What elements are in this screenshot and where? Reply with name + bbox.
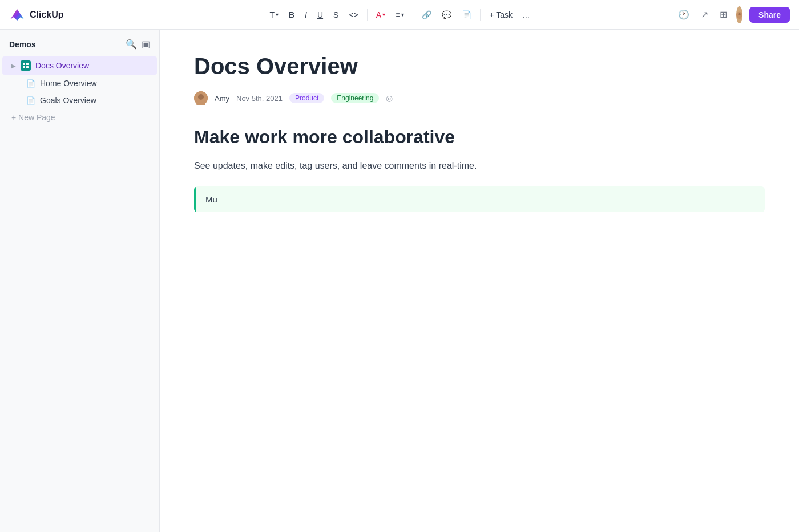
topbar-right: 🕐 ↗ ⊞ Share [676, 6, 790, 23]
blockquote-text: Mu [196, 186, 765, 212]
svg-point-2 [738, 13, 740, 15]
svg-rect-5 [26, 63, 29, 65]
layout-button[interactable]: ⊞ [717, 7, 729, 22]
svg-marker-0 [10, 9, 24, 21]
author-name: Amy [215, 94, 229, 103]
share-button[interactable]: Share [749, 7, 790, 23]
toolbar-divider-3 [480, 9, 481, 21]
document-meta: Amy Nov 5th, 2021 Product Engineering ◎ [194, 91, 765, 105]
underline-button[interactable]: U [313, 8, 327, 22]
more-button[interactable]: ... [519, 8, 534, 22]
strikethrough-button[interactable]: S [329, 8, 342, 22]
text-format-button[interactable]: T ▾ [265, 8, 283, 22]
svg-rect-6 [23, 66, 25, 68]
sidebar-header: Demos 🔍 ▣ [0, 36, 159, 56]
sidebar-item-label-home-overview: Home Overview [40, 79, 97, 88]
comment-button[interactable]: 💬 [438, 8, 455, 22]
logo-text: ClickUp [30, 10, 64, 20]
svg-point-9 [198, 94, 204, 100]
align-button[interactable]: ≡ ▾ [392, 8, 408, 22]
docs-overview-icon [21, 60, 31, 71]
svg-rect-4 [23, 63, 25, 65]
sidebar-collapse-button[interactable]: ▣ [142, 39, 150, 50]
sidebar-item-home-overview[interactable]: 📄 Home Overview [2, 75, 157, 92]
tag-engineering[interactable]: Engineering [331, 93, 379, 103]
toolbar-divider-1 [367, 9, 368, 21]
document-date: Nov 5th, 2021 [236, 94, 283, 103]
document-content: Docs Overview Amy Nov 5th, 2021 Product … [160, 30, 799, 532]
clickup-logo-icon [9, 7, 25, 23]
section-heading: Make work more collaborative [194, 125, 765, 149]
doc-icon-home: 📄 [26, 79, 35, 88]
author-avatar [194, 91, 208, 105]
bold-button[interactable]: B [285, 8, 298, 22]
workspace-title: Demos [9, 40, 36, 49]
italic-button[interactable]: I [301, 8, 311, 22]
add-task-button[interactable]: + Task [485, 8, 516, 22]
more-meta-icon[interactable]: ◎ [386, 94, 393, 103]
sidebar-icons: 🔍 ▣ [126, 39, 150, 50]
tag-product[interactable]: Product [289, 93, 324, 103]
export-button[interactable]: ↗ [699, 7, 711, 22]
code-button[interactable]: <> [345, 8, 362, 22]
attachment-button[interactable]: 📄 [458, 8, 475, 22]
sidebar-item-label-docs-overview: Docs Overview [35, 61, 89, 70]
link-button[interactable]: 🔗 [418, 8, 435, 22]
toolbar-divider-2 [413, 9, 413, 21]
doc-icon-goals: 📄 [26, 96, 35, 105]
user-avatar[interactable] [736, 6, 742, 23]
sidebar-item-docs-overview[interactable]: ▶ Docs Overview [2, 56, 157, 75]
topbar: ClickUp T ▾ B I U S <> A ▾ ≡ ▾ 🔗 💬 📄 + T… [0, 0, 799, 30]
section-description: See updates, make edits, tag users, and … [194, 159, 765, 173]
new-page-button[interactable]: + New Page [2, 109, 157, 126]
sidebar: Demos 🔍 ▣ ▶ Docs Overview 📄 H [0, 30, 160, 532]
svg-rect-7 [26, 66, 29, 68]
blockquote: Mu [194, 186, 765, 212]
toolbar: T ▾ B I U S <> A ▾ ≡ ▾ 🔗 💬 📄 + Task ... [123, 8, 676, 22]
font-color-button[interactable]: A ▾ [372, 8, 389, 22]
history-button[interactable]: 🕐 [676, 7, 692, 22]
svg-point-3 [737, 15, 741, 19]
main-area: Demos 🔍 ▣ ▶ Docs Overview 📄 H [0, 30, 799, 532]
sidebar-item-label-goals-overview: Goals Overview [40, 96, 96, 105]
document-title: Docs Overview [194, 52, 765, 80]
sidebar-item-goals-overview[interactable]: 📄 Goals Overview [2, 92, 157, 109]
new-page-label: + New Page [11, 113, 55, 122]
logo-area: ClickUp [9, 7, 123, 23]
chevron-icon: ▶ [11, 63, 16, 69]
sidebar-search-button[interactable]: 🔍 [126, 39, 137, 50]
